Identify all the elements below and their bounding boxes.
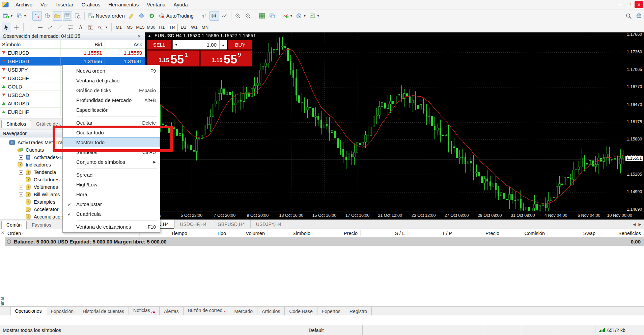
metaeditor-button[interactable]: [127, 11, 136, 21]
profiles-button[interactable]: ▼: [15, 11, 28, 21]
menu-ventana[interactable]: Ventana: [143, 0, 169, 9]
menu-insertar[interactable]: Insertar: [52, 0, 78, 9]
context-menu-item-hora[interactable]: Hora: [63, 189, 160, 199]
chart-tab-gbpusdh4[interactable]: GBPUSD,H4: [212, 220, 251, 228]
terminal-column-simbolo[interactable]: Símbolo: [268, 230, 313, 236]
terminal-tab-expertos[interactable]: Expertos: [317, 307, 345, 315]
expand-icon[interactable]: +: [19, 200, 23, 204]
terminal-tab-articulos[interactable]: Artículos: [257, 307, 285, 315]
chart-tab-usdchfh4[interactable]: USDCHF,H4: [174, 220, 212, 228]
volume-value[interactable]: 1.00: [180, 40, 219, 49]
market-watch-toggle[interactable]: [32, 11, 42, 21]
buy-price-display[interactable]: 1.15 55 9: [200, 50, 252, 67]
metaquotes-button[interactable]: [137, 11, 146, 21]
terminal-column-t/p[interactable]: T / P: [408, 230, 455, 236]
balance-row[interactable]: Balance: 5 000.00 USD Equidad: 5 000.00 …: [5, 237, 644, 246]
fibonacci-tool[interactable]: F: [66, 23, 76, 32]
terminal-column-volumen[interactable]: Volumen: [229, 230, 268, 236]
shapes-tool[interactable]: ▼: [96, 23, 109, 32]
terminal-tab-alertas[interactable]: Alertas: [160, 307, 184, 315]
context-menu-item-spread[interactable]: Spread: [63, 170, 160, 180]
context-menu-item-nuevaorden[interactable]: doc_plusNueva ordenF9: [63, 66, 160, 76]
terminal-tab-codebase[interactable]: Code Base: [285, 307, 317, 315]
terminal-tab-mercado[interactable]: Mercado: [230, 307, 257, 315]
navigator-tab-comun[interactable]: Común: [1, 221, 27, 229]
expand-icon[interactable]: +: [19, 155, 23, 160]
search-icon[interactable]: [624, 11, 634, 21]
context-menu-item-cuadricula[interactable]: ✓Cuadrícula: [63, 209, 160, 219]
channel-tool[interactable]: [56, 23, 65, 32]
close-button[interactable]: ✕: [635, 1, 643, 8]
sort-icon[interactable]: ∕: [21, 231, 23, 236]
zoom-in-button[interactable]: [233, 11, 243, 21]
timeframe-mn[interactable]: MN: [200, 24, 210, 31]
status-profile[interactable]: Default: [305, 325, 362, 335]
restore-button[interactable]: ❐: [625, 1, 634, 8]
menu-herramientas[interactable]: Herramientas: [104, 0, 143, 9]
tab-scroll-right-icon[interactable]: ▶: [639, 222, 641, 227]
arrange-windows-button[interactable]: [268, 11, 277, 21]
tile-windows-button[interactable]: [257, 11, 267, 21]
trendline-tool[interactable]: [46, 23, 55, 32]
vertical-line-tool[interactable]: [26, 23, 35, 32]
market-watch-row-gbpusd[interactable]: GBPUSD1.316661.31681: [0, 57, 145, 66]
chart-collapse-icon[interactable]: ▲: [148, 34, 151, 37]
bar-chart-button[interactable]: [199, 11, 209, 21]
text-label-tool[interactable]: T: [86, 23, 96, 32]
price-axis[interactable]: 1.176601.173601.170651.167701.164701.161…: [625, 32, 644, 211]
collapse-icon[interactable]: −: [11, 148, 15, 152]
terminal-column-s/l[interactable]: S / L: [361, 230, 408, 236]
chart-tab-usdjpyh4[interactable]: USDJPY,H4: [251, 220, 287, 228]
context-menu-item-ventanadecotizaciones[interactable]: quotesVentana de cotizacionesF10: [63, 222, 160, 232]
crosshair-tool[interactable]: [12, 23, 21, 32]
text-tool[interactable]: A: [76, 23, 86, 32]
menu-ayuda[interactable]: Ayuda: [169, 0, 192, 9]
column-bid[interactable]: Bid: [61, 40, 105, 48]
context-menu-item-especificacion[interactable]: specEspecificación: [63, 105, 160, 115]
column-symbol[interactable]: Símbolo: [0, 40, 61, 48]
timeframe-m30[interactable]: M30: [146, 24, 156, 31]
terminal-tab-exposicion[interactable]: Exposición: [46, 307, 78, 315]
collapse-icon[interactable]: −: [11, 163, 15, 167]
data-window-toggle[interactable]: [43, 11, 52, 21]
terminal-tab-noticias[interactable]: Noticias74: [129, 306, 160, 315]
templates-button[interactable]: ▼: [308, 11, 321, 21]
buy-button[interactable]: BUY: [228, 40, 252, 50]
timeframe-d1[interactable]: D1: [178, 24, 189, 31]
navigator-tab-favoritos[interactable]: Favoritos: [27, 221, 56, 229]
context-menu-item-autoajustar[interactable]: ✓Autoajustar: [63, 199, 160, 209]
sell-button[interactable]: SELL: [147, 40, 171, 50]
candle-chart-button[interactable]: [209, 11, 219, 21]
terminal-tab-operaciones[interactable]: Operaciones: [10, 307, 46, 315]
timeframe-m1[interactable]: M1: [114, 24, 124, 31]
zoom-out-button[interactable]: [244, 11, 253, 21]
volume-decrease-icon[interactable]: ▼: [173, 40, 180, 49]
strategy-tester-toggle[interactable]: [73, 11, 82, 21]
expand-icon[interactable]: +: [19, 178, 23, 182]
terminal-close-icon[interactable]: ✕: [1, 230, 4, 235]
periods-button[interactable]: ▼: [295, 11, 308, 21]
indicators-button[interactable]: ▼: [281, 11, 294, 21]
timeframe-h1[interactable]: H1: [157, 24, 167, 31]
column-ask[interactable]: Ask: [105, 40, 145, 48]
autotrading-button[interactable]: AutoTrading: [157, 11, 195, 21]
menu-ver[interactable]: Ver: [36, 0, 52, 9]
market-watch-close-icon[interactable]: ✕: [136, 34, 142, 39]
terminal-toggle[interactable]: [63, 11, 72, 21]
signals-button[interactable]: [147, 11, 157, 21]
market-watch-tab-simbolos[interactable]: Símbolos: [1, 120, 31, 128]
minimize-button[interactable]: —: [616, 1, 624, 8]
cursor-tool[interactable]: [2, 23, 11, 32]
context-menu-item-graficodeticks[interactable]: tickGráfico de ticksEspacio: [63, 85, 160, 95]
terminal-column-tipo[interactable]: Tipo: [190, 230, 229, 236]
new-chart-button[interactable]: ▼: [2, 11, 15, 21]
sell-price-display[interactable]: 1.15 55 1: [147, 50, 199, 67]
volume-increase-icon[interactable]: ▲: [219, 40, 227, 49]
terminal-tab-registro[interactable]: Registro: [345, 307, 372, 315]
context-menu-item-ventanadelgrafico[interactable]: chart_plusVentana del gráfico: [63, 76, 160, 85]
terminal-tab-buzondecorreo[interactable]: Buzón de correo7: [184, 306, 230, 315]
timeframe-m15[interactable]: M15: [135, 24, 145, 31]
terminal-column-comision[interactable]: Comisión: [502, 230, 548, 236]
expand-icon[interactable]: +: [19, 170, 23, 175]
terminal-column-beneficios[interactable]: Beneficios: [598, 230, 644, 236]
